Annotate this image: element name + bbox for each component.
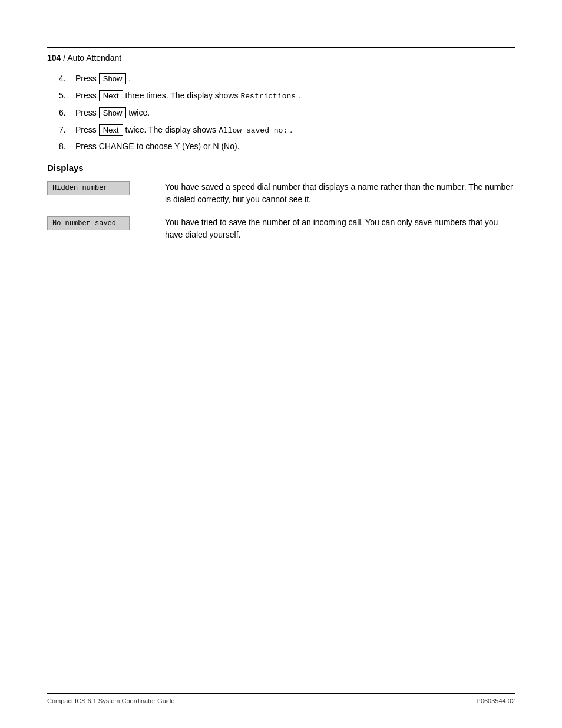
step7-button[interactable]: Next — [99, 124, 123, 136]
display-row-1: Hidden number You have saved a speed dia… — [47, 181, 515, 206]
step-number-8: 8. — [59, 141, 71, 151]
step5-display: Restrictions — [240, 92, 296, 101]
step5-prefix: Press — [75, 91, 97, 100]
page-container: 104 / Auto Attendant 4. Press Show . 5. … — [0, 0, 562, 728]
step8-suffix: to choose Y (Yes) or N (No). — [137, 141, 240, 151]
step-4: 4. Press Show . — [59, 73, 515, 84]
display-definition-1: You have saved a speed dial number that … — [153, 181, 515, 206]
step7-display: Allow saved no: — [219, 126, 287, 135]
display-term-cell-2: No number saved — [47, 216, 153, 230]
step5-button[interactable]: Next — [99, 90, 123, 101]
step8-prefix: Press — [75, 141, 97, 151]
step7-prefix: Press — [75, 125, 97, 134]
section-title: Auto Attendant — [67, 53, 121, 62]
header-title: 104 / Auto Attendant — [47, 53, 121, 62]
step-content-4: Press Show . — [75, 73, 131, 84]
display-row-2: No number saved You have tried to save t… — [47, 216, 515, 241]
display-definition-2: You have tried to save the number of an … — [153, 216, 515, 241]
step-5: 5. Press Next three times. The display s… — [59, 90, 515, 101]
step7-end: . — [290, 125, 292, 134]
step5-end: . — [298, 91, 300, 100]
step6-suffix: twice. — [128, 108, 150, 117]
step4-button[interactable]: Show — [99, 73, 127, 84]
step-number-6: 6. — [59, 108, 71, 117]
step-content-8: Press CHANGE to choose Y (Yes) or N (No)… — [75, 141, 240, 151]
display-term-cell-1: Hidden number — [47, 181, 153, 195]
step-content-7: Press Next twice. The display shows Allo… — [75, 124, 292, 136]
page-number: 104 — [47, 53, 61, 62]
step7-suffix: twice. The display shows — [125, 125, 217, 134]
page-header: 104 / Auto Attendant — [47, 47, 515, 62]
step-content-5: Press Next three times. The display show… — [75, 90, 300, 101]
step5-suffix: three times. The display shows — [125, 91, 239, 100]
step6-prefix: Press — [75, 108, 97, 117]
step6-button[interactable]: Show — [99, 107, 127, 118]
step-8: 8. Press CHANGE to choose Y (Yes) or N (… — [59, 141, 515, 151]
step-number-7: 7. — [59, 125, 71, 134]
step8-button-underline[interactable]: CHANGE — [99, 141, 134, 151]
display-term-1: Hidden number — [47, 181, 130, 195]
step4-prefix: Press — [75, 74, 97, 83]
step4-suffix: . — [128, 74, 131, 83]
display-term-2: No number saved — [47, 216, 130, 230]
footer-right: P0603544 02 — [477, 697, 515, 704]
step-6: 6. Press Show twice. — [59, 107, 515, 118]
step-number-5: 5. — [59, 91, 71, 100]
step-7: 7. Press Next twice. The display shows A… — [59, 124, 515, 136]
displays-title: Displays — [47, 163, 515, 173]
footer-left: Compact ICS 6.1 System Coordinator Guide — [47, 697, 174, 704]
displays-section: Displays Hidden number You have saved a … — [47, 163, 515, 241]
page-footer: Compact ICS 6.1 System Coordinator Guide… — [47, 693, 515, 704]
step-content-6: Press Show twice. — [75, 107, 150, 118]
steps-list: 4. Press Show . 5. Press Next three time… — [59, 73, 515, 151]
step-number-4: 4. — [59, 74, 71, 83]
